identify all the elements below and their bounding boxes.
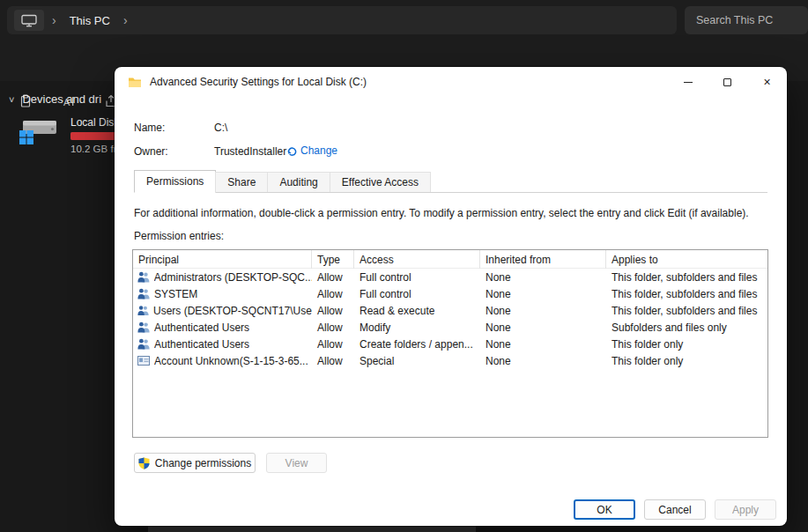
entry-inherited-from: None xyxy=(480,271,606,284)
entry-applies-to: This folder, subfolders and files xyxy=(606,305,767,317)
table-header-row: Principal Type Access Inherited from App… xyxy=(133,250,767,269)
advanced-security-dialog: Advanced Security Settings for Local Dis… xyxy=(115,67,787,526)
owner-value: TrustedInstaller xyxy=(214,145,286,158)
cancel-button[interactable]: Cancel xyxy=(644,499,706,520)
entry-type: Allow xyxy=(312,288,354,300)
entry-access: Modify xyxy=(354,321,480,334)
folder-icon xyxy=(128,77,142,88)
account-card-icon xyxy=(137,355,150,366)
this-pc-icon-button[interactable] xyxy=(14,10,44,31)
chevron-right-icon: › xyxy=(52,13,56,27)
maximize-button[interactable] xyxy=(708,67,747,97)
devices-and-drives-section[interactable]: ˅ Devices and dri xyxy=(9,92,101,106)
close-button[interactable]: × xyxy=(747,67,787,97)
tab-effective-access[interactable]: Effective Access xyxy=(330,172,431,192)
users-icon xyxy=(137,321,150,333)
dialog-title: Advanced Security Settings for Local Dis… xyxy=(150,76,367,88)
permission-entries-table[interactable]: Principal Type Access Inherited from App… xyxy=(132,249,768,438)
principal-name: Administrators (DESKTOP-SQC... xyxy=(154,271,312,284)
tab-label: Share xyxy=(227,176,256,188)
principal-name: Account Unknown(S-1-15-3-65... xyxy=(154,355,308,367)
tab-label: Auditing xyxy=(279,176,317,188)
entry-type: Allow xyxy=(312,305,354,317)
minimize-icon xyxy=(684,82,693,83)
ok-button[interactable]: OK xyxy=(574,499,635,520)
permissions-description: For additional information, double-click… xyxy=(134,207,771,219)
uac-shield-icon xyxy=(138,457,150,469)
permission-entries-label: Permission entries: xyxy=(134,230,224,242)
column-header-principal[interactable]: Principal xyxy=(133,250,312,269)
users-icon xyxy=(137,271,150,283)
entry-type: Allow xyxy=(312,271,354,284)
column-header-inherited-from[interactable]: Inherited from xyxy=(480,250,606,269)
table-row[interactable]: SYSTEM Allow Full control None This fold… xyxy=(133,285,767,302)
cancel-button-label: Cancel xyxy=(658,504,691,516)
apply-button-label: Apply xyxy=(732,504,759,516)
owner-label: Owner: xyxy=(134,145,168,158)
users-icon xyxy=(137,288,150,299)
tab-share[interactable]: Share xyxy=(215,172,268,192)
name-label: Name: xyxy=(134,122,165,134)
view-button-label: View xyxy=(285,457,308,469)
section-label: Devices and dri xyxy=(22,92,101,106)
table-row[interactable]: Authenticated Users Allow Create folders… xyxy=(133,336,767,352)
table-row[interactable]: Account Unknown(S-1-15-3-65... Allow Spe… xyxy=(133,352,767,369)
entry-access: Full control xyxy=(354,271,480,284)
tab-label: Permissions xyxy=(146,175,204,188)
principal-name: SYSTEM xyxy=(154,288,197,300)
table-row[interactable]: Users (DESKTOP-SQCNT17\Users) Allow Read… xyxy=(133,302,767,319)
search-placeholder: Search This PC xyxy=(696,14,773,26)
apply-button[interactable]: Apply xyxy=(715,499,776,520)
address-bar[interactable]: › This PC › xyxy=(7,6,677,34)
computer-icon xyxy=(21,14,37,27)
tab-auditing[interactable]: Auditing xyxy=(267,172,330,192)
users-icon xyxy=(137,338,150,350)
table-row[interactable]: Administrators (DESKTOP-SQC... Allow Ful… xyxy=(133,269,767,285)
change-icon xyxy=(287,146,297,156)
column-header-access[interactable]: Access xyxy=(354,250,480,269)
ok-button-label: OK xyxy=(597,504,612,516)
entry-type: Allow xyxy=(312,338,354,351)
entry-applies-to: This folder, subfolders and files xyxy=(606,288,767,300)
principal-name: Authenticated Users xyxy=(154,338,249,351)
column-header-type[interactable]: Type xyxy=(312,250,354,269)
minimize-button[interactable] xyxy=(668,67,708,97)
entry-inherited-from: None xyxy=(480,355,606,367)
principal-name: Authenticated Users xyxy=(154,321,249,334)
tab-label: Effective Access xyxy=(342,176,419,188)
close-icon: × xyxy=(763,75,770,89)
entry-applies-to: This folder, subfolders and files xyxy=(606,271,767,284)
table-row[interactable]: Authenticated Users Allow Modify None Su… xyxy=(133,319,767,336)
entry-access: Read & execute xyxy=(354,305,480,317)
entry-inherited-from: None xyxy=(480,321,606,334)
drive-icon xyxy=(18,113,60,150)
maximize-icon xyxy=(723,78,731,86)
explorer-topbar: › This PC › Search This PC xyxy=(0,0,808,41)
entry-access: Full control xyxy=(354,288,480,300)
entry-access: Create folders / appen... xyxy=(354,338,480,351)
search-input[interactable]: Search This PC xyxy=(685,6,808,34)
change-link-label: Change xyxy=(300,144,337,157)
window-controls: × xyxy=(668,67,787,97)
tab-permissions[interactable]: Permissions xyxy=(134,170,216,193)
name-value: C:\ xyxy=(214,122,227,134)
entry-type: Allow xyxy=(312,321,354,334)
breadcrumb-this-pc[interactable]: This PC xyxy=(64,11,115,30)
entry-access: Special xyxy=(354,355,480,367)
entry-type: Allow xyxy=(312,355,354,367)
change-owner-link[interactable]: Change xyxy=(287,144,337,157)
users-icon xyxy=(137,305,149,316)
change-permissions-button[interactable]: Change permissions xyxy=(134,453,256,473)
entry-applies-to: Subfolders and files only xyxy=(606,321,767,334)
chevron-right-icon: › xyxy=(123,13,128,27)
view-button[interactable]: View xyxy=(266,453,327,473)
entry-applies-to: This folder only xyxy=(606,355,767,367)
drive-name: Local Disk xyxy=(70,116,119,129)
change-permissions-label: Change permissions xyxy=(155,457,251,469)
entry-inherited-from: None xyxy=(480,288,606,300)
entry-inherited-from: None xyxy=(480,338,606,351)
column-header-applies-to[interactable]: Applies to xyxy=(606,250,767,269)
collapse-chevron-icon: ˅ xyxy=(9,94,14,105)
entry-applies-to: This folder only xyxy=(606,338,767,351)
entry-inherited-from: None xyxy=(480,305,606,317)
